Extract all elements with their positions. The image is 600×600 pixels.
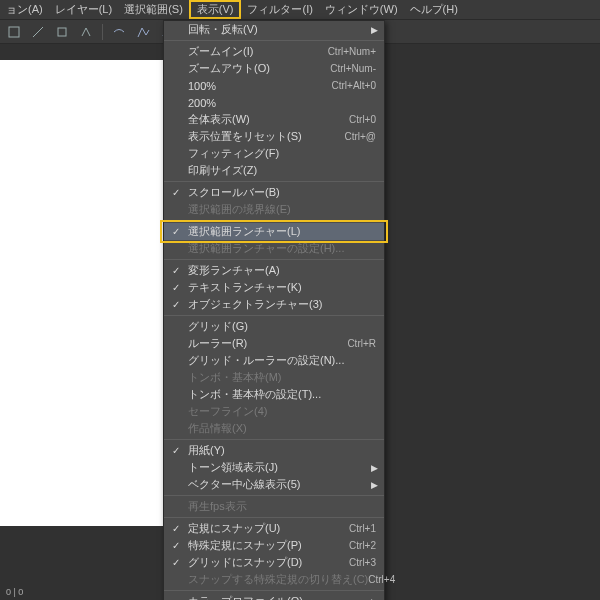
menu-item[interactable]: ✓テキストランチャー(K) [164, 279, 384, 296]
menu-accelerator: Ctrl+3 [349, 557, 376, 568]
menu-item-label: グリッドにスナップ(D) [188, 555, 349, 570]
menu-separator [164, 517, 384, 518]
menu-item-label: 選択範囲ランチャーの設定(H)... [188, 241, 376, 256]
menu-separator [164, 590, 384, 591]
menu-item-label: 回転・反転(V) [188, 22, 376, 37]
menu-separator [164, 181, 384, 182]
menu-item-label: 表示位置をリセット(S) [188, 129, 344, 144]
menu-item-label: 用紙(Y) [188, 443, 376, 458]
menu-item[interactable]: 選択範囲(S) [118, 0, 189, 19]
menu-item[interactable]: ✓定規にスナップ(U)Ctrl+1 [164, 520, 384, 537]
menu-accelerator: Ctrl+Num+ [328, 46, 376, 57]
menu-item-label: トーン領域表示(J) [188, 460, 376, 475]
menu-item[interactable]: カラープロファイル(Q)▶ [164, 593, 384, 600]
menu-item: 選択範囲の境界線(E) [164, 201, 384, 218]
menu-item[interactable]: ✓グリッドにスナップ(D)Ctrl+3 [164, 554, 384, 571]
menu-item-label: カラープロファイル(Q) [188, 594, 376, 600]
check-icon: ✓ [170, 523, 182, 534]
menu-item-label: トンボ・基本枠の設定(T)... [188, 387, 376, 402]
menu-item-label: テキストランチャー(K) [188, 280, 376, 295]
menu-item: 選択範囲ランチャーの設定(H)... [164, 240, 384, 257]
status-bar: 0 | 0 [0, 586, 29, 600]
menu-accelerator: Ctrl+Alt+0 [332, 80, 376, 91]
menu-item[interactable]: ズームイン(I)Ctrl+Num+ [164, 43, 384, 60]
menu-item[interactable]: ヘルプ(H) [404, 0, 464, 19]
separator [102, 24, 103, 40]
tool-icon[interactable] [109, 22, 129, 42]
menu-item-label: 200% [188, 97, 376, 109]
menu-item[interactable]: グリッド・ルーラーの設定(N)... [164, 352, 384, 369]
menu-item-label: 変形ランチャー(A) [188, 263, 376, 278]
menu-accelerator: Ctrl+Num- [330, 63, 376, 74]
menu-separator [164, 439, 384, 440]
menu-item[interactable]: ョン(A) [0, 0, 49, 19]
tool-icon[interactable] [28, 22, 48, 42]
menu-separator [164, 259, 384, 260]
menu-item[interactable]: ルーラー(R)Ctrl+R [164, 335, 384, 352]
menubar: ョン(A)レイヤー(L)選択範囲(S)表示(V)フィルター(I)ウィンドウ(W)… [0, 0, 600, 20]
menu-item[interactable]: ✓用紙(Y) [164, 442, 384, 459]
menu-item-label: 全体表示(W) [188, 112, 349, 127]
menu-item-label: 選択範囲ランチャー(L) [188, 224, 376, 239]
menu-item[interactable]: 表示位置をリセット(S)Ctrl+@ [164, 128, 384, 145]
menu-item[interactable]: ウィンドウ(W) [319, 0, 404, 19]
tool-icon[interactable] [4, 22, 24, 42]
menu-item[interactable]: トンボ・基本枠の設定(T)... [164, 386, 384, 403]
chevron-right-icon: ▶ [371, 25, 378, 35]
chevron-right-icon: ▶ [371, 597, 378, 601]
menu-accelerator: Ctrl+4 [368, 574, 395, 585]
menu-item-label: 印刷サイズ(Z) [188, 163, 376, 178]
menu-item[interactable]: フィッティング(F) [164, 145, 384, 162]
menu-item[interactable]: フィルター(I) [241, 0, 318, 19]
menu-item-label: グリッド・ルーラーの設定(N)... [188, 353, 376, 368]
menu-accelerator: Ctrl+1 [349, 523, 376, 534]
menu-item-label: 選択範囲の境界線(E) [188, 202, 376, 217]
menu-item[interactable]: ✓選択範囲ランチャー(L) [164, 223, 384, 240]
menu-item-label: 再生fps表示 [188, 499, 376, 514]
menu-item-label: オブジェクトランチャー(3) [188, 297, 376, 312]
menu-item[interactable]: ズームアウト(O)Ctrl+Num- [164, 60, 384, 77]
menu-item-label: フィッティング(F) [188, 146, 376, 161]
menu-item[interactable]: 回転・反転(V)▶ [164, 21, 384, 38]
menu-item[interactable]: 全体表示(W)Ctrl+0 [164, 111, 384, 128]
view-menu-dropdown: 回転・反転(V)▶ズームイン(I)Ctrl+Num+ズームアウト(O)Ctrl+… [163, 20, 385, 600]
menu-view[interactable]: 表示(V) [189, 0, 242, 19]
menu-item: 再生fps表示 [164, 498, 384, 515]
menu-accelerator: Ctrl+0 [349, 114, 376, 125]
check-icon: ✓ [170, 187, 182, 198]
menu-item[interactable]: グリッド(G) [164, 318, 384, 335]
menu-item: セーフライン(4) [164, 403, 384, 420]
check-icon: ✓ [170, 226, 182, 237]
tool-icon[interactable] [133, 22, 153, 42]
menu-item[interactable]: ベクター中心線表示(5)▶ [164, 476, 384, 493]
chevron-right-icon: ▶ [371, 463, 378, 473]
menu-separator [164, 220, 384, 221]
menu-item: トンボ・基本枠(M) [164, 369, 384, 386]
menu-item-label: 特殊定規にスナップ(P) [188, 538, 349, 553]
menu-item[interactable]: 印刷サイズ(Z) [164, 162, 384, 179]
menu-item[interactable]: ✓特殊定規にスナップ(P)Ctrl+2 [164, 537, 384, 554]
menu-item[interactable]: 100%Ctrl+Alt+0 [164, 77, 384, 94]
menu-item-label: 定規にスナップ(U) [188, 521, 349, 536]
check-icon: ✓ [170, 282, 182, 293]
menu-separator [164, 495, 384, 496]
menu-accelerator: Ctrl+R [347, 338, 376, 349]
chevron-right-icon: ▶ [371, 480, 378, 490]
menu-item-label: ベクター中心線表示(5) [188, 477, 376, 492]
menu-item[interactable]: ✓オブジェクトランチャー(3) [164, 296, 384, 313]
menu-item-label: 100% [188, 80, 332, 92]
check-icon: ✓ [170, 540, 182, 551]
menu-item-label: ルーラー(R) [188, 336, 347, 351]
menu-item[interactable]: トーン領域表示(J)▶ [164, 459, 384, 476]
menu-item[interactable]: 200% [164, 94, 384, 111]
menu-item[interactable]: ✓変形ランチャー(A) [164, 262, 384, 279]
menu-accelerator: Ctrl+2 [349, 540, 376, 551]
tool-icon[interactable] [52, 22, 72, 42]
check-icon: ✓ [170, 557, 182, 568]
menu-item-label: スクロールバー(B) [188, 185, 376, 200]
menu-separator [164, 40, 384, 41]
menu-item-label: 作品情報(X) [188, 421, 376, 436]
tool-icon[interactable] [76, 22, 96, 42]
menu-item[interactable]: ✓スクロールバー(B) [164, 184, 384, 201]
menu-item[interactable]: レイヤー(L) [49, 0, 118, 19]
